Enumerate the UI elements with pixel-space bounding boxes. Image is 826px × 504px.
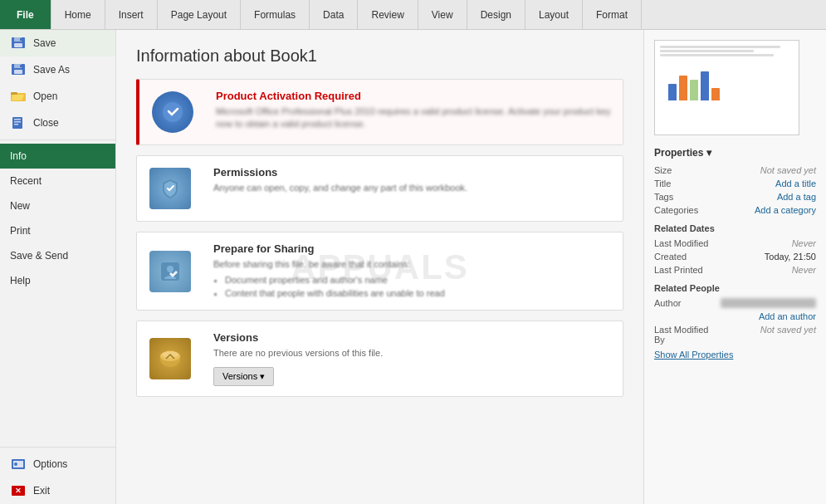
sidebar-item-save[interactable]: Save <box>0 30 115 56</box>
permissions-desc: Anyone can open, copy, and change any pa… <box>213 182 613 194</box>
tab-layout[interactable]: Layout <box>525 0 583 29</box>
sidebar: Save Save As Open <box>0 30 116 504</box>
svg-rect-3 <box>20 38 22 41</box>
prop-last-modified-by-value: Not saved yet <box>721 325 816 345</box>
tab-insert[interactable]: Insert <box>105 0 158 29</box>
versions-icon <box>149 338 191 379</box>
svg-rect-13 <box>14 124 18 125</box>
prepare-body: Prepare for Sharing Before sharing this … <box>203 232 623 310</box>
sidebar-item-options[interactable]: Options <box>0 451 115 477</box>
show-all-properties-link[interactable]: Show All Properties <box>654 350 816 360</box>
tab-data[interactable]: Data <box>310 0 358 29</box>
prepare-desc: Before sharing this file, be aware that … <box>213 258 613 300</box>
tab-file[interactable]: File <box>0 0 51 29</box>
options-icon <box>10 458 27 471</box>
svg-point-16 <box>14 462 17 466</box>
permissions-title: Permissions <box>213 166 613 179</box>
sidebar-item-print[interactable]: Print <box>0 218 115 243</box>
prop-add-author-value[interactable]: Add an author <box>721 311 816 321</box>
permissions-body: Permissions Anyone can open, copy, and c… <box>203 156 623 221</box>
preview-thumbnail <box>654 40 799 135</box>
tab-review[interactable]: Review <box>358 0 418 29</box>
activate-icon[interactable] <box>152 91 193 133</box>
close-doc-icon <box>10 116 27 130</box>
tab-view[interactable]: View <box>418 0 467 29</box>
prop-created-label: Created <box>654 252 721 262</box>
activation-section: Product Activation Required Microsoft Of… <box>136 79 623 145</box>
prop-last-modified-row: Last Modified Never <box>654 238 816 248</box>
prop-last-printed-label: Last Printed <box>654 265 721 275</box>
content-area: APPUALS Information about Book1 Product … <box>116 30 643 504</box>
prop-last-printed-row: Last Printed Never <box>654 265 816 275</box>
tab-formulas[interactable]: Formulas <box>241 0 310 29</box>
prop-add-author-row: Add an author <box>654 311 816 321</box>
sidebar-item-help[interactable]: Help <box>0 268 115 293</box>
versions-body: Versions There are no previous versions … <box>203 321 623 395</box>
prop-tags-label: Tags <box>654 192 721 202</box>
versions-title: Versions <box>213 331 613 344</box>
versions-section: Versions There are no previous versions … <box>136 321 623 396</box>
sidebar-item-info[interactable]: Info <box>0 144 115 169</box>
sidebar-item-open[interactable]: Open <box>0 83 115 110</box>
activate-icon-area <box>139 80 206 144</box>
prop-last-modified-by-row: Last Modified By Not saved yet <box>654 325 816 345</box>
related-people-header: Related People <box>654 283 816 293</box>
svg-point-21 <box>167 266 174 272</box>
properties-header[interactable]: Properties ▾ <box>654 147 816 159</box>
prop-size-label: Size <box>654 165 721 175</box>
prop-categories-label: Categories <box>654 205 721 215</box>
sidebar-item-exit[interactable]: ✕ Exit <box>0 477 115 504</box>
open-icon <box>10 90 27 103</box>
tab-design[interactable]: Design <box>467 0 525 29</box>
svg-rect-2 <box>14 43 22 47</box>
prop-author-label: Author <box>654 298 721 308</box>
svg-rect-11 <box>14 119 21 120</box>
prop-tags-row: Tags Add a tag <box>654 192 816 202</box>
prop-categories-value[interactable]: Add a category <box>721 205 816 215</box>
activation-title: Product Activation Required <box>216 90 613 102</box>
check-icon <box>149 251 191 292</box>
sidebar-item-save-as[interactable]: Save As <box>0 56 115 83</box>
protect-icon-area[interactable] <box>137 156 203 221</box>
tab-format[interactable]: Format <box>583 0 642 29</box>
protect-icon <box>149 168 191 209</box>
sidebar-item-close[interactable]: Close <box>0 110 115 136</box>
prop-title-row: Title Add a title <box>654 179 816 188</box>
prop-author-value: ██████ <box>721 298 816 308</box>
svg-rect-6 <box>14 70 22 74</box>
prop-last-modified-value: Never <box>721 238 816 248</box>
tab-page-layout[interactable]: Page Layout <box>158 0 241 29</box>
tab-home[interactable]: Home <box>51 0 105 29</box>
versions-desc: There are no previous versions of this f… <box>213 347 613 360</box>
prop-created-row: Created Today, 21:50 <box>654 252 816 262</box>
saveas-icon <box>10 63 27 76</box>
related-dates-header: Related Dates <box>654 223 816 233</box>
activation-body: Product Activation Required Microsoft Of… <box>206 80 623 144</box>
check-icon-area[interactable] <box>137 232 203 310</box>
prepare-title: Prepare for Sharing <box>213 242 613 255</box>
prop-created-value: Today, 21:50 <box>721 252 816 262</box>
svg-rect-9 <box>11 92 17 95</box>
svg-text:✕: ✕ <box>15 487 22 495</box>
prop-title-value[interactable]: Add a title <box>721 179 816 188</box>
sidebar-item-save-send[interactable]: Save & Send <box>0 243 115 268</box>
save-icon <box>10 37 27 50</box>
prop-last-printed-value: Never <box>721 265 816 275</box>
permissions-section: Permissions Anyone can open, copy, and c… <box>136 155 623 222</box>
prop-size-value: Not saved yet <box>721 165 816 175</box>
prop-tags-value[interactable]: Add a tag <box>721 192 816 202</box>
prop-size-row: Size Not saved yet <box>654 165 816 175</box>
svg-point-19 <box>163 102 183 122</box>
ribbon: File Home Insert Page Layout Formulas Da… <box>0 0 826 30</box>
sidebar-item-new[interactable]: New <box>0 193 115 218</box>
sidebar-item-recent[interactable]: Recent <box>0 169 115 193</box>
versions-button[interactable]: Versions ▾ <box>213 367 274 386</box>
svg-rect-7 <box>20 65 22 67</box>
prop-last-modified-label: Last Modified <box>654 238 721 248</box>
exit-icon: ✕ <box>10 484 27 497</box>
svg-rect-12 <box>14 121 21 123</box>
prop-author-row: Author ██████ <box>654 298 816 308</box>
prop-title-label: Title <box>654 179 721 188</box>
page-title: Information about Book1 <box>136 46 623 66</box>
activation-desc: Microsoft Office Professional Plus 2010 … <box>216 105 613 131</box>
